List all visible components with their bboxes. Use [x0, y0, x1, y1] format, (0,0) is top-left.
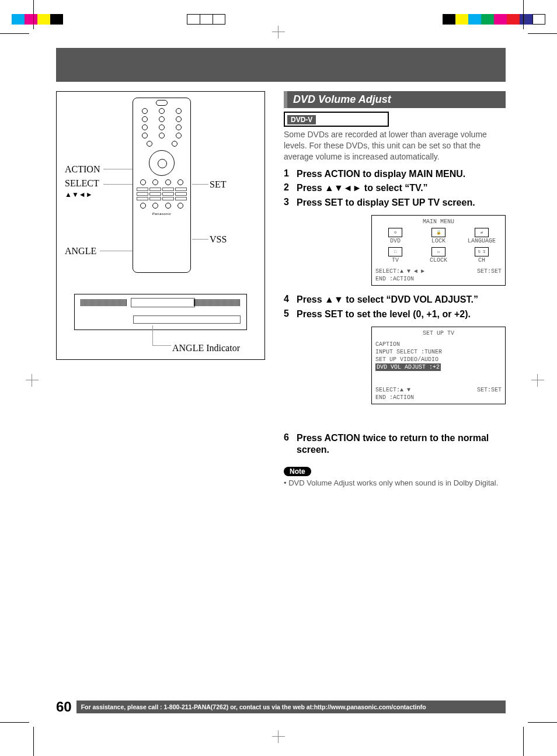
step-number: 4 — [284, 294, 297, 306]
dvd-icon: ⊙ — [388, 228, 402, 237]
step-number: 1 — [284, 168, 297, 181]
step-text: Press ACTION to display MAIN MENU. — [297, 168, 506, 181]
osd-item: LOCK — [431, 238, 445, 244]
callout-angle-indicator: ANGLE Indicator — [172, 343, 240, 353]
section-title: DVD Volume Adjust — [284, 91, 506, 108]
step-text: Press ACTION twice to return to the norm… — [297, 432, 506, 457]
osd-footer-left: SELECT:▲ ▼ — [375, 386, 410, 394]
lock-icon: 🔒 — [431, 228, 445, 237]
crop-mark — [33, 727, 34, 756]
osd-item: LANGUAGE — [468, 238, 496, 244]
clock-icon: ▭ — [431, 247, 445, 256]
device-front — [74, 294, 247, 330]
content: Panasonic ACTION SELECT ▲▼◄► SET VSS ANG… — [56, 91, 506, 487]
crop-mark — [523, 727, 524, 756]
crop-mark — [0, 722, 29, 723]
page: Panasonic ACTION SELECT ▲▼◄► SET VSS ANG… — [0, 0, 557, 756]
callout-line — [100, 251, 133, 251]
callout-line — [152, 345, 171, 346]
registration-bars — [0, 14, 557, 25]
note-text: • DVD Volume Adjust works only when soun… — [284, 478, 506, 487]
osd-item: DVD — [390, 238, 401, 244]
osd-title: MAIN MENU — [375, 218, 502, 226]
callout-angle: ANGLE — [65, 246, 96, 256]
tv-icon: □ — [388, 247, 402, 256]
step-text: Press SET to display SET UP TV screen. — [297, 197, 506, 209]
step-number: 3 — [284, 197, 297, 209]
crop-mark — [528, 722, 557, 723]
page-footer: 60 For assistance, please call : 1-800-2… — [56, 699, 506, 715]
step-number: 2 — [284, 182, 297, 195]
intro-paragraph: Some DVDs are recorded at lower than ave… — [284, 129, 506, 162]
assistance-bar: For assistance, please call : 1-800-211-… — [76, 700, 506, 713]
remote-brand: Panasonic — [133, 212, 190, 216]
osd-footer-end: END :ACTION — [375, 275, 502, 283]
crop-mark — [528, 33, 557, 34]
callout-select-arrows: ▲▼◄► — [65, 190, 93, 199]
callout-line — [103, 169, 133, 169]
step-2: 2 Press ▲▼◄► to select “TV.” — [284, 182, 506, 195]
reg-mid — [187, 14, 225, 25]
step-number: 6 — [284, 432, 297, 457]
osd-item: CH — [478, 257, 485, 263]
osd-item: CLOCK — [430, 257, 447, 263]
osd-line: CAPTION — [375, 341, 502, 348]
badge-box: DVD-V — [284, 112, 389, 127]
crop-mark — [523, 0, 524, 29]
osd-line: INPUT SELECT :TUNER — [375, 348, 502, 356]
dvd-v-badge: DVD-V — [287, 115, 316, 124]
callout-line — [192, 184, 208, 185]
crop-mark — [0, 33, 29, 34]
step-4: 4 Press ▲▼ to select “DVD VOL ADJUST.” — [284, 294, 506, 306]
osd-main-menu: MAIN MENU ⊙DVD 🔒LOCK ⇄LANGUAGE □TV ▭CLOC… — [371, 215, 506, 286]
step-text: Press ▲▼◄► to select “TV.” — [297, 182, 506, 195]
callout-select-label: SELECT — [65, 178, 99, 188]
osd-footer-right: SET:SET — [477, 268, 502, 275]
osd-footer-left: SELECT:▲ ▼ ◄ ► — [375, 268, 424, 275]
osd-highlighted-line: DVD VOL ADJUST :+2 — [375, 363, 441, 371]
header-band — [56, 48, 506, 82]
osd-footer-end: END :ACTION — [375, 394, 502, 401]
step-5: 5 Press SET to set the level (0, +1, or … — [284, 308, 506, 321]
callout-action: ACTION — [65, 164, 100, 175]
callout-line — [152, 325, 153, 345]
step-6: 6 Press ACTION twice to return to the no… — [284, 432, 506, 457]
remote-diagram: Panasonic ACTION SELECT ▲▼◄► SET VSS ANG… — [56, 91, 265, 360]
note-label: Note — [284, 467, 311, 476]
crop-mark — [33, 0, 34, 29]
note-body: DVD Volume Adjust works only when sound … — [288, 478, 498, 487]
step-text: Press ▲▼ to select “DVD VOL ADJUST.” — [297, 294, 506, 306]
callout-vss: VSS — [210, 234, 227, 245]
callout-line — [103, 184, 133, 185]
osd-footer-right: SET:SET — [477, 386, 502, 394]
reg-left — [12, 14, 63, 25]
dpad-icon — [149, 150, 175, 176]
osd-setup-tv: SET UP TV CAPTION INPUT SELECT :TUNER SE… — [371, 327, 506, 404]
callout-select: SELECT ▲▼◄► — [65, 178, 99, 199]
callout-set: SET — [210, 179, 226, 190]
osd-line: SET UP VIDEO/AUDIO — [375, 356, 502, 363]
callout-line — [192, 239, 208, 240]
language-icon: ⇄ — [475, 228, 489, 237]
osd-title: SET UP TV — [375, 330, 502, 337]
right-column: DVD Volume Adjust DVD-V Some DVDs are re… — [284, 91, 506, 487]
step-number: 5 — [284, 308, 297, 321]
step-1: 1 Press ACTION to display MAIN MENU. — [284, 168, 506, 181]
remote-body: Panasonic — [133, 98, 191, 273]
reg-right — [443, 14, 545, 25]
step-text: Press SET to set the level (0, +1, or +2… — [297, 308, 506, 321]
step-3: 3 Press SET to display SET UP TV screen. — [284, 197, 506, 209]
ch-icon: 5 3 — [475, 247, 489, 256]
osd-item: TV — [392, 257, 399, 263]
left-column: Panasonic ACTION SELECT ▲▼◄► SET VSS ANG… — [56, 91, 265, 360]
page-number: 60 — [56, 699, 72, 715]
